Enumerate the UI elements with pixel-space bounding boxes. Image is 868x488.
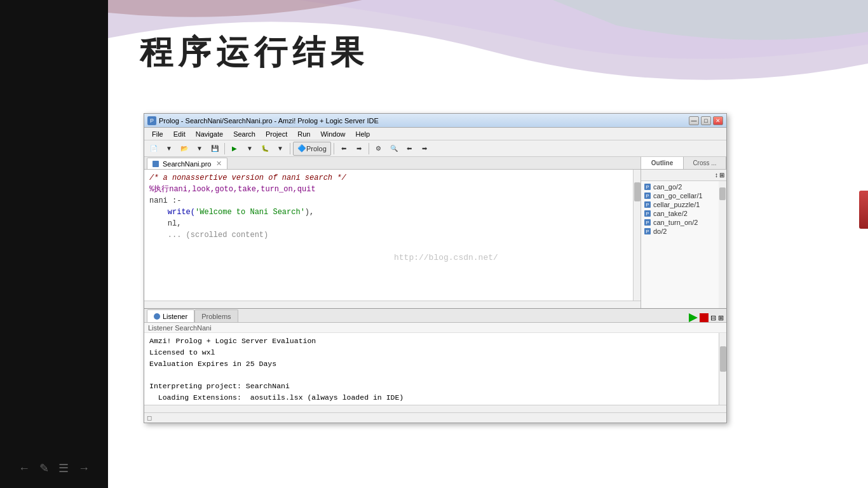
toolbar-separator-4 xyxy=(369,143,369,154)
listener-controls: ⊟ ⊞ xyxy=(686,313,726,322)
toolbar-separator-2 xyxy=(290,143,290,154)
code-line-3: nani :- xyxy=(149,195,628,207)
listener-tab-problems[interactable]: Problems xyxy=(194,309,238,322)
toolbar-run-dropdown[interactable]: ▼ xyxy=(243,142,257,156)
listener-stop-button[interactable] xyxy=(700,313,709,322)
editor-file-tabs: SearchNani.pro ✕ xyxy=(144,157,641,170)
outline-content: P can_go/2 P can_go_cellar/1 P cellar_pu… xyxy=(641,181,719,308)
listener-tab-listener[interactable]: Listener xyxy=(147,309,194,322)
code-line-2: %执行nani,look,goto,take,turn_on,quit xyxy=(149,184,628,195)
toolbar-misc2[interactable]: 🔍 xyxy=(387,142,401,156)
listener-header-text: Listener SearchNani xyxy=(148,324,212,332)
listener-status-bar: ◻ xyxy=(144,412,726,423)
listener-tabs-left: Listener Problems xyxy=(147,309,238,322)
right-accent xyxy=(859,191,868,229)
listener-header: Listener SearchNani xyxy=(144,323,726,333)
listener-status-text: ◻ xyxy=(147,414,152,421)
listener-output: Amzi! Prolog + Logic Server Evaluation L… xyxy=(144,333,719,405)
outline-item-can-turn-on2[interactable]: P can_turn_on/2 xyxy=(642,218,717,227)
outline-item-cellar-puzzle1[interactable]: P cellar_puzzle/1 xyxy=(642,200,717,209)
editor-content[interactable]: /* a nonassertive version of nani search… xyxy=(144,170,641,301)
menu-edit[interactable]: Edit xyxy=(168,128,191,140)
editor-horizontal-scrollbar[interactable] xyxy=(144,301,641,308)
nav-edit-icon[interactable]: ✎ xyxy=(39,461,49,475)
editor-vertical-scrollbar[interactable] xyxy=(633,170,641,301)
listener-scrollbar-thumb xyxy=(720,346,726,372)
menu-help[interactable]: Help xyxy=(351,128,376,140)
code-line-1: /* a nonassertive version of nani search… xyxy=(149,172,628,184)
window-controls: — □ ✕ xyxy=(689,116,723,125)
svg-text:P: P xyxy=(646,211,649,217)
ide-titlebar: P Prolog - SearchNani/SearchNani.pro - A… xyxy=(144,114,726,128)
menu-window[interactable]: Window xyxy=(315,128,350,140)
minimize-button[interactable]: — xyxy=(689,116,699,125)
toolbar-prolog[interactable]: 🔷 Prolog xyxy=(293,142,331,156)
outline-item-can-go-cellar1[interactable]: P can_go_cellar/1 xyxy=(642,191,717,200)
svg-text:P: P xyxy=(646,184,649,190)
outline-scrollbar[interactable] xyxy=(719,181,726,308)
nav-list-icon[interactable]: ☰ xyxy=(58,461,69,475)
code-line-5: nl, xyxy=(149,218,628,229)
ide-icon: P xyxy=(147,116,156,125)
toolbar-misc3[interactable]: ⬅ xyxy=(402,142,416,156)
menu-navigate[interactable]: Navigate xyxy=(191,128,228,140)
code-line-6: ... (scrolled content) xyxy=(149,229,628,241)
toolbar-separator-3 xyxy=(334,143,334,154)
svg-text:P: P xyxy=(646,220,649,226)
outline-item-do2[interactable]: P do/2 xyxy=(642,227,717,236)
file-tab-searchnani[interactable]: SearchNani.pro ✕ xyxy=(147,158,227,169)
outline-tabs: Outline Cross ... xyxy=(641,157,726,170)
outline-controls: ↕ ⊞ xyxy=(641,170,726,181)
toolbar-nav2[interactable]: ➡ xyxy=(352,142,366,156)
toolbar-debug[interactable]: 🐛 xyxy=(258,142,272,156)
ide-main-area: SearchNani.pro ✕ /* a nonassertive versi… xyxy=(144,157,726,308)
code-editor[interactable]: /* a nonassertive version of nani search… xyxy=(144,170,633,301)
slide: 程序运行结果 P Prolog - SearchNani/SearchNani.… xyxy=(108,0,868,488)
outline-tab-cross[interactable]: Cross ... xyxy=(684,157,726,169)
toolbar-save[interactable]: 💾 xyxy=(208,142,222,156)
menu-file[interactable]: File xyxy=(147,128,168,140)
toolbar-misc4[interactable]: ➡ xyxy=(417,142,431,156)
maximize-button[interactable]: □ xyxy=(701,116,711,125)
outline-expand-icon[interactable]: ⊞ xyxy=(719,172,724,179)
menu-search[interactable]: Search xyxy=(228,128,261,140)
listener-horizontal-scrollbar[interactable] xyxy=(144,405,726,412)
toolbar-misc1[interactable]: ⚙ xyxy=(372,142,386,156)
toolbar-open[interactable]: 📂 xyxy=(177,142,191,156)
editor-area: SearchNani.pro ✕ /* a nonassertive versi… xyxy=(144,157,641,308)
menu-run[interactable]: Run xyxy=(292,128,315,140)
toolbar-run[interactable]: ▶ xyxy=(227,142,241,156)
listener-minimize-icon[interactable]: ⊟ xyxy=(710,314,716,322)
listener-vertical-scrollbar[interactable] xyxy=(719,333,726,405)
slide-title: 程序运行结果 xyxy=(140,30,369,75)
svg-text:P: P xyxy=(646,229,649,234)
nav-back-icon[interactable]: ← xyxy=(18,462,30,475)
listener-content[interactable]: Amzi! Prolog + Logic Server Evaluation L… xyxy=(144,333,726,405)
listener-maximize-icon[interactable]: ⊞ xyxy=(718,314,724,322)
toolbar-nav1[interactable]: ⬅ xyxy=(337,142,351,156)
listener-tabs: Listener Problems ⊟ ⊞ xyxy=(144,309,726,323)
toolbar-separator-1 xyxy=(224,143,225,154)
outline-sort-icon[interactable]: ↕ xyxy=(715,172,718,179)
svg-text:P: P xyxy=(646,193,649,199)
outline-item-can-go2[interactable]: P can_go/2 xyxy=(642,182,717,191)
listener-panel: Listener Problems ⊟ ⊞ Listener SearchNan… xyxy=(144,308,726,423)
toolbar: 📄 ▼ 📂 ▼ 💾 ▶ ▼ 🐛 ▼ 🔷 Prolog ⬅ ➡ ⚙ 🔍 ⬅ ➡ xyxy=(144,140,726,157)
code-line-4: write('Welcome to Nani Search'), xyxy=(149,207,628,218)
outline-tab-outline[interactable]: Outline xyxy=(641,157,684,169)
listener-run-button[interactable] xyxy=(689,313,698,322)
left-panel: ← ✎ ☰ → xyxy=(0,0,108,488)
menubar: File Edit Navigate Search Project Run Wi… xyxy=(144,128,726,140)
menu-project[interactable]: Project xyxy=(261,128,292,140)
toolbar-debug-dropdown[interactable]: ▼ xyxy=(273,142,287,156)
outline-panel: Outline Cross ... ↕ ⊞ P can_go/2 P xyxy=(641,157,726,308)
toolbar-dropdown1[interactable]: ▼ xyxy=(162,142,176,156)
outline-item-can-take2[interactable]: P can_take/2 xyxy=(642,209,717,218)
ide-title-text: Prolog - SearchNani/SearchNani.pro - Amz… xyxy=(159,117,379,125)
toolbar-new[interactable]: 📄 xyxy=(147,142,161,156)
nav-forward-icon[interactable]: → xyxy=(78,462,90,475)
ide-window: P Prolog - SearchNani/SearchNani.pro - A… xyxy=(144,113,727,423)
svg-text:P: P xyxy=(646,202,649,208)
close-button[interactable]: ✕ xyxy=(713,116,723,125)
toolbar-dropdown2[interactable]: ▼ xyxy=(193,142,207,156)
